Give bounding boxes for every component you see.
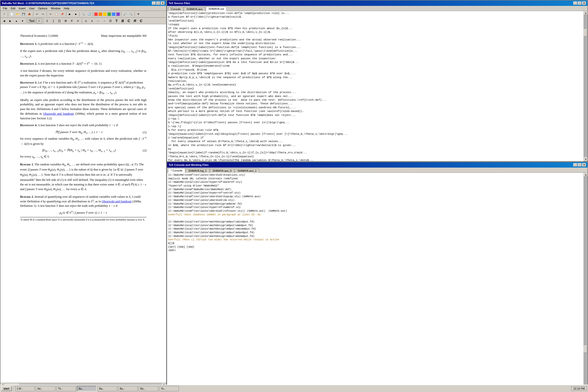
replace-button[interactable]: 🔄 [86, 12, 92, 17]
format-btn-4[interactable] [107, 12, 111, 16]
paste-icon: 📌 [61, 13, 64, 16]
start-button[interactable]: start [1, 386, 12, 391]
paste-button[interactable]: 📌 [60, 12, 65, 17]
menu-insert[interactable]: Insert [18, 6, 27, 10]
tab-shmaya-out[interactable]: SHMAYA.out [206, 6, 226, 11]
sym-btn-2[interactable]: ∫ [51, 18, 56, 24]
sym-btn-16[interactable]: C [138, 18, 144, 24]
console-close-btn[interactable]: ✕ [582, 163, 586, 166]
menu-file[interactable]: File [2, 6, 9, 10]
format-btn-3[interactable] [103, 12, 107, 16]
task-item-th[interactable]: Th... [56, 386, 76, 391]
zoom-in-button[interactable]: 🔍 [128, 12, 134, 17]
tab-shmaya-aux[interactable]: SHMAYA.aux [184, 7, 205, 11]
checkbox-btn[interactable]: ☑ [36, 18, 42, 24]
tab-shmaya-aux0[interactable]: SHMAYA.aux_0 [210, 168, 234, 173]
text-mode-button[interactable]: Text [28, 19, 36, 23]
sym-btn-5[interactable]: # [69, 18, 74, 24]
view-button[interactable]: 👁 [136, 12, 141, 17]
menu-edit[interactable]: Edit [9, 6, 17, 10]
zoom-out-button[interactable]: 🔎 [122, 12, 128, 17]
help-button[interactable]: ? [2, 12, 7, 17]
console-maximize-btn[interactable]: □ [578, 163, 582, 166]
console-content-area[interactable]: (C:\BaKoMa\texmf\tex\latex\oberdiek\kvop… [167, 173, 588, 392]
menu-window[interactable]: Window [49, 6, 62, 10]
format-btn-2[interactable] [98, 12, 102, 16]
def1-text: A prediction rule is a function f : S<ℕ … [38, 42, 94, 46]
console-minimize-btn[interactable]: _ [573, 163, 577, 166]
sym-btn-11[interactable]: Ω [108, 18, 113, 24]
undo-button[interactable]: ↩ [34, 12, 40, 17]
tex-scroll-track[interactable] [584, 15, 588, 157]
menu-options[interactable]: Options [36, 6, 49, 10]
sym-btn-8[interactable]: ≥ [90, 18, 95, 24]
redo-button[interactable]: ↪ [40, 12, 46, 17]
maximize-button[interactable]: □ [156, 2, 160, 5]
sym-btn-7[interactable]: ≤ [83, 18, 89, 24]
menu-help[interactable]: Help [62, 6, 71, 10]
console-panel-title: TeX Console and Working Files [168, 164, 208, 166]
tex-scroll-up[interactable]: ▲ [584, 11, 588, 15]
format-btn-6[interactable] [116, 12, 120, 16]
sym-btn-6[interactable]: ≡ [75, 18, 80, 24]
task-item-ba4[interactable]: Ba... [139, 386, 158, 391]
taskbar-clock: 10:16 PM [571, 386, 587, 391]
tex-scroll-down[interactable]: ▼ [584, 157, 588, 161]
new-button[interactable]: 📄 [9, 12, 14, 17]
tex-maximize-btn[interactable]: □ [578, 2, 582, 5]
sym-btn-4[interactable]: ⊕ [63, 18, 68, 24]
format-btn-5[interactable] [112, 12, 116, 16]
tab-console-main[interactable]: * Console [168, 168, 185, 173]
tex-close-btn[interactable]: ✕ [582, 2, 586, 5]
open-button[interactable]: 📂 [15, 12, 20, 17]
search-button[interactable]: 🔍 [80, 12, 86, 17]
menu-user[interactable]: User [28, 6, 36, 10]
sym-btn-13[interactable]: B [120, 18, 126, 24]
sym-btn-1[interactable]: Σ [44, 18, 50, 24]
console-v-scrollbar[interactable]: ▲ ▼ [584, 173, 588, 392]
compile-button[interactable]: ▶ [67, 12, 72, 17]
task-item-ba1[interactable]: Ba... [77, 386, 96, 391]
tex-line-41: for every $s_0,\dots,s_n\in S$ \footnote… [168, 158, 586, 161]
undo-icon: ↩ [36, 13, 38, 16]
tex-v-scrollbar[interactable]: ▲ ▼ [584, 11, 588, 161]
task-item-ba2[interactable]: Ba... [98, 386, 117, 391]
close-button[interactable]: ✕ [161, 2, 165, 5]
tex-minimize-btn[interactable]: _ [573, 2, 577, 5]
tab-shmaya-log[interactable]: SHMAYA.log_1 [186, 168, 210, 173]
task-item-ba3[interactable]: Ba... [118, 386, 138, 391]
sym-btn-14[interactable]: C [126, 18, 132, 24]
menu-bar: File Edit Insert User Options Window Hel… [0, 6, 166, 11]
cut-button[interactable]: ✂ [48, 12, 53, 17]
task-item-2m[interactable]: 2 M - [15, 386, 35, 391]
document-area[interactable]: Theoretical Economics 3 (2008) Many insp… [0, 24, 166, 383]
console-scroll-track[interactable] [584, 177, 588, 388]
footnote2-text: ²A subset M of a standard Borel space X … [20, 218, 145, 221]
nav-down-button[interactable]: ▼ [20, 18, 25, 24]
sym-btn-15[interactable]: R [132, 18, 138, 24]
sym-btn-3[interactable]: ∏ [57, 18, 62, 24]
save-button[interactable]: 💾 [21, 12, 26, 17]
link-olszewski-sandroni-2[interactable]: Olszewski and Sandroni [102, 200, 132, 203]
tex-scroll-thumb[interactable] [584, 29, 587, 36]
sym-btn-9[interactable]: ← [96, 18, 101, 24]
copy-button[interactable]: 📋 [54, 12, 59, 17]
console-scroll-up[interactable]: ▲ [584, 173, 588, 177]
sym-btn-10[interactable]: → [102, 18, 107, 24]
minimize-button[interactable]: _ [152, 2, 156, 5]
sym-btn-12[interactable]: T [114, 18, 119, 24]
stop-button[interactable]: ■ [73, 12, 78, 17]
nav-right-button[interactable]: ▶ [8, 18, 13, 24]
link-olszewski-sandroni[interactable]: Olszewski and Sandroni [43, 112, 74, 116]
nav-left-button[interactable]: ◀ [2, 18, 7, 24]
task-item-ad[interactable]: Ad... [36, 386, 55, 391]
task-item-yo[interactable]: Yo... [159, 386, 179, 391]
tex-content-area[interactable]: \begin{definition}\label{prediction-rule… [167, 11, 588, 161]
save-as-button[interactable]: 📥 [27, 12, 32, 17]
tab-shmaya-aux1[interactable]: SHMAYA.aux_1 [235, 168, 259, 173]
nav-up-button[interactable]: ▲ [14, 18, 19, 24]
tab-console[interactable]: Console [168, 7, 183, 11]
format-btn-1[interactable] [94, 12, 98, 16]
console-scroll-thumb[interactable] [584, 346, 587, 353]
console-line-3: *hyperref using driver hBaKoMaS2* [168, 184, 586, 188]
